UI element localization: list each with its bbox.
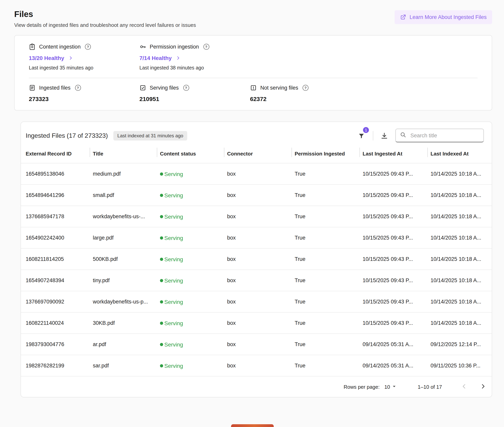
- help-icon[interactable]: ?: [303, 85, 308, 91]
- content-healthy-link[interactable]: 13/20 Healthy: [29, 55, 139, 61]
- serving-files-metric: Serving files ? 210951: [139, 84, 250, 102]
- learn-more-label: Learn More About Ingested Files: [410, 14, 487, 20]
- cell-last-ingested-at: 10/15/2025 09:43 P...: [359, 206, 427, 227]
- pagination-range: 1–10 of 17: [418, 384, 442, 390]
- help-icon[interactable]: ?: [75, 85, 81, 91]
- column-header-connector: Connector: [224, 148, 291, 163]
- cell-last-ingested-at: 10/15/2025 09:43 P...: [359, 291, 427, 312]
- status-text: Serving: [164, 256, 183, 262]
- table-header-row: External Record ID Title Content status …: [21, 148, 492, 163]
- serving-files-value: 210951: [139, 96, 250, 102]
- learn-more-button[interactable]: Learn More About Ingested Files: [394, 10, 492, 24]
- status-dot-icon: [160, 215, 163, 218]
- page-header: Files View details of ingested files and…: [0, 0, 504, 28]
- content-ingestion-group: Content ingestion ? 13/20 Healthy Last i…: [29, 43, 139, 71]
- cell-connector: box: [224, 312, 291, 334]
- cell-permission-ingested: True: [291, 355, 359, 376]
- ingested-files-table: External Record ID Title Content status …: [21, 148, 492, 376]
- status-text: Serving: [164, 235, 183, 241]
- status-text: Serving: [164, 341, 183, 347]
- cell-connector: box: [224, 270, 291, 291]
- column-header-content-status: Content status: [157, 148, 224, 163]
- permission-healthy-link[interactable]: 7/14 Healthy: [139, 55, 250, 61]
- alert-square-icon: [250, 84, 257, 91]
- cell-last-ingested-at: 10/15/2025 09:43 P...: [359, 184, 427, 206]
- next-page-button[interactable]: [480, 383, 486, 390]
- status-text: Serving: [164, 277, 183, 283]
- cell-external-record-id: 1983793004776: [21, 334, 90, 355]
- cell-title: workdaybenefits-us-...: [90, 206, 157, 227]
- check-square-icon: [139, 84, 146, 91]
- cell-connector: box: [224, 248, 291, 270]
- table-row[interactable]: 1608211814205 500KB.pdf Serving box True…: [21, 248, 492, 270]
- status-dot-icon: [160, 194, 163, 197]
- help-icon[interactable]: ?: [85, 44, 91, 50]
- cell-last-indexed-at: 10/14/2025 10:18 A...: [427, 184, 492, 206]
- ingested-files-value: 273323: [29, 96, 139, 102]
- cell-title: tiny.pdf: [90, 270, 157, 291]
- table-row[interactable]: 1983793004776 ar.pdf Serving box True 09…: [21, 334, 492, 355]
- cell-permission-ingested: True: [291, 291, 359, 312]
- content-last-ingested: Last ingested 35 minutes ago: [29, 65, 139, 71]
- cell-permission-ingested: True: [291, 227, 359, 248]
- status-dot-icon: [160, 364, 163, 367]
- table-row[interactable]: 1654902242400 large.pdf Serving box True…: [21, 227, 492, 248]
- not-serving-files-label: Not serving files: [260, 85, 298, 91]
- cell-last-indexed-at: 10/14/2025 10:18 A...: [427, 291, 492, 312]
- last-indexed-badge: Last indexed at 31 minutes ago: [113, 131, 187, 140]
- cell-last-ingested-at: 09/14/2025 05:31 A...: [359, 334, 427, 355]
- ingested-files-label: Ingested files: [39, 85, 71, 91]
- table-row[interactable]: 1654895138046 medium.pdf Serving box Tru…: [21, 163, 492, 184]
- cell-last-indexed-at: 09/11/2025 10:36 P...: [427, 355, 492, 376]
- filter-button[interactable]: 1: [356, 131, 367, 140]
- cell-content-status: Serving: [157, 227, 224, 248]
- cell-connector: box: [224, 163, 291, 184]
- status-text: Serving: [164, 298, 183, 305]
- cell-content-status: Serving: [157, 184, 224, 206]
- not-serving-files-metric: Not serving files ? 62372: [250, 84, 361, 102]
- page-header-text: Files View details of ingested files and…: [14, 9, 196, 28]
- rows-per-page-select[interactable]: 10: [384, 383, 397, 390]
- caret-down-icon: [390, 383, 397, 390]
- download-button[interactable]: [380, 131, 389, 140]
- cell-last-ingested-at: 10/15/2025 09:43 P...: [359, 163, 427, 184]
- table-footer: Rows per page: 10 1–10 of 17: [21, 376, 492, 397]
- cell-external-record-id: 1376697090092: [21, 291, 90, 312]
- cell-external-record-id: 1376685947178: [21, 206, 90, 227]
- help-icon[interactable]: ?: [203, 44, 209, 50]
- chevron-right-icon: [480, 383, 486, 390]
- status-text: Serving: [164, 320, 183, 326]
- status-dot-icon: [160, 279, 163, 282]
- content-healthy-text: 13/20 Healthy: [29, 55, 64, 61]
- status-dot-icon: [160, 300, 163, 303]
- cell-title: ar.pdf: [90, 334, 157, 355]
- table-row[interactable]: 1654894641296 small.pdf Serving box True…: [21, 184, 492, 206]
- ingestion-summary-card: Content ingestion ? 13/20 Healthy Last i…: [14, 35, 492, 110]
- cell-content-status: Serving: [157, 291, 224, 312]
- status-dot-icon: [160, 343, 163, 346]
- ingested-files-card: Ingested Files (17 of 273323) Last index…: [21, 122, 492, 397]
- status-dot-icon: [160, 258, 163, 261]
- table-row[interactable]: 1376697090092 workdaybenefits-us-p... Se…: [21, 291, 492, 312]
- cell-last-indexed-at: 10/14/2025 10:18 A...: [427, 312, 492, 334]
- status-text: Serving: [164, 171, 183, 177]
- cell-external-record-id: 1982876282199: [21, 355, 90, 376]
- table-row[interactable]: 1376685947178 workdaybenefits-us-... Ser…: [21, 206, 492, 227]
- cell-title: large.pdf: [90, 227, 157, 248]
- cell-content-status: Serving: [157, 312, 224, 334]
- help-icon[interactable]: ?: [183, 85, 189, 91]
- column-header-last-ingested-at: Last Ingested At: [359, 148, 427, 163]
- previous-page-button[interactable]: [461, 383, 467, 390]
- table-row[interactable]: 1654907248394 tiny.pdf Serving box True …: [21, 270, 492, 291]
- search-icon: [400, 131, 406, 139]
- table-row[interactable]: 1608221140024 30KB.pdf Serving box True …: [21, 312, 492, 334]
- download-icon: [380, 132, 388, 139]
- table-row[interactable]: 1982876282199 sar.pdf Serving box True 0…: [21, 355, 492, 376]
- cell-external-record-id: 1608211814205: [21, 248, 90, 270]
- permission-healthy-text: 7/14 Healthy: [139, 55, 172, 61]
- search-box[interactable]: [395, 129, 484, 143]
- search-input[interactable]: [410, 132, 480, 139]
- cell-permission-ingested: True: [291, 334, 359, 355]
- cell-external-record-id: 1654895138046: [21, 163, 90, 184]
- cell-content-status: Serving: [157, 163, 224, 184]
